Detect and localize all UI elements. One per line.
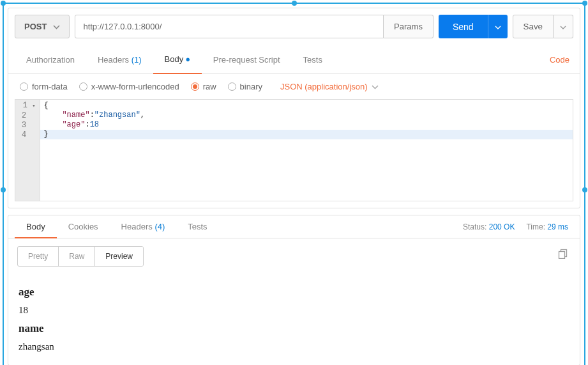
view-mode-row: Pretty Raw Preview — [8, 238, 580, 274]
url-group: Params — [75, 15, 433, 38]
body-dirty-dot: • — [186, 52, 190, 66]
tab-body[interactable]: Body • — [153, 46, 202, 74]
radio-label: form-data — [32, 82, 68, 91]
method-label: POST — [24, 22, 47, 31]
send-group: Send — [439, 15, 508, 38]
tab-prerequest[interactable]: Pre-request Script — [202, 49, 292, 71]
tab-headers[interactable]: Headers (1) — [86, 49, 153, 71]
tab-tests[interactable]: Tests — [292, 49, 334, 71]
time-block: Time: 29 ms — [526, 222, 568, 231]
body-type-row: form-data x-www-form-urlencoded raw bina… — [8, 74, 580, 99]
editor-code[interactable]: { "name":"zhangsan", "age":18 } — [40, 100, 573, 201]
chevron-down-icon — [560, 22, 566, 31]
radio-form-data[interactable]: form-data — [20, 82, 68, 91]
request-tabs: Authorization Headers (1) Body • Pre-req… — [8, 46, 580, 74]
headers-count: (1) — [132, 55, 142, 65]
tab-response-headers[interactable]: Headers (4) — [110, 215, 177, 238]
radio-icon — [79, 82, 87, 91]
save-button[interactable]: Save — [513, 15, 554, 38]
radio-label: raw — [203, 82, 216, 91]
radio-binary[interactable]: binary — [228, 82, 262, 91]
radio-label: x-www-form-urlencoded — [91, 82, 179, 91]
send-button[interactable]: Send — [439, 15, 488, 38]
copy-icon[interactable] — [558, 249, 568, 261]
time-label: Time: — [526, 222, 545, 231]
editor-gutter: 1 ▾ 2 3 4 — [15, 100, 40, 201]
body-editor[interactable]: 1 ▾ 2 3 4 { "name":"zhangsan", "age":18 … — [15, 99, 573, 201]
tab-response-body[interactable]: Body — [15, 215, 57, 238]
view-mode-preview[interactable]: Preview — [95, 247, 143, 266]
response-panel: Body Cookies Headers (4) Tests Status: 2… — [8, 215, 580, 365]
tab-response-cookies[interactable]: Cookies — [57, 215, 110, 238]
time-value: 29 ms — [547, 222, 568, 231]
request-panel: POST Params Send Save — [8, 8, 580, 208]
status-block: Status: 200 OK — [463, 222, 515, 231]
radio-raw[interactable]: raw — [191, 82, 216, 91]
response-preview: age 18 name zhangsan — [8, 274, 580, 365]
url-input[interactable] — [75, 15, 384, 38]
content-type-select[interactable]: JSON (application/json) — [280, 82, 379, 91]
radio-icon — [228, 82, 236, 91]
content-type-label: JSON (application/json) — [280, 82, 368, 91]
preview-value-name: zhangsan — [19, 341, 569, 352]
chevron-down-icon — [53, 22, 60, 31]
tab-authorization[interactable]: Authorization — [15, 49, 86, 71]
tab-response-tests[interactable]: Tests — [176, 215, 218, 238]
status-value: 200 OK — [489, 222, 515, 231]
radio-icon — [20, 82, 28, 91]
view-mode-raw[interactable]: Raw — [59, 247, 95, 266]
tab-headers-label: Headers — [121, 222, 153, 231]
radio-urlencoded[interactable]: x-www-form-urlencoded — [79, 82, 179, 91]
chevron-down-icon — [495, 22, 501, 31]
code-link[interactable]: Code — [546, 49, 573, 71]
request-bar: POST Params Send Save — [8, 8, 580, 38]
response-tabs: Body Cookies Headers (4) Tests Status: 2… — [8, 215, 580, 238]
send-dropdown[interactable] — [488, 15, 508, 38]
method-select[interactable]: POST — [15, 15, 70, 38]
tab-headers-label: Headers — [98, 55, 129, 65]
headers-count: (4) — [155, 222, 165, 231]
view-mode-pretty[interactable]: Pretty — [18, 247, 59, 266]
svg-rect-1 — [559, 252, 565, 259]
radio-icon — [191, 82, 199, 91]
params-button[interactable]: Params — [384, 15, 433, 38]
preview-value-age: 18 — [19, 305, 569, 316]
chevron-down-icon — [372, 82, 379, 91]
save-group: Save — [513, 15, 573, 38]
preview-heading-name: name — [19, 322, 569, 335]
tab-body-label: Body — [165, 54, 184, 64]
status-info: Status: 200 OK Time: 29 ms — [463, 222, 573, 231]
status-label: Status: — [463, 222, 486, 231]
view-modes: Pretty Raw Preview — [17, 246, 144, 267]
save-dropdown[interactable] — [554, 15, 573, 38]
radio-label: binary — [240, 82, 262, 91]
preview-heading-age: age — [19, 286, 569, 299]
